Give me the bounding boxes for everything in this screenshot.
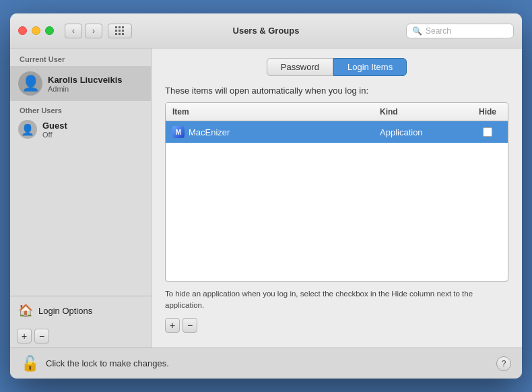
sidebar-bottom-buttons: + − — [10, 325, 151, 348]
main-panel-wrapper: Password Login Items These items will op… — [152, 48, 522, 348]
traffic-lights — [18, 26, 54, 35]
close-button[interactable] — [18, 26, 27, 35]
col-item-header: Item — [166, 106, 373, 118]
sidebar: Current User 👤 Karolis Liucveikis Admin … — [10, 48, 152, 348]
search-icon: 🔍 — [412, 26, 422, 36]
login-options-button[interactable]: 🏠 Login Options — [10, 296, 151, 325]
tab-password[interactable]: Password — [267, 58, 333, 76]
current-user-role: Admin — [48, 85, 123, 93]
table-body: M MacEnizer Application — [166, 121, 508, 281]
maximize-button[interactable] — [45, 26, 54, 35]
main-panel: Password Login Items These items will op… — [152, 48, 522, 348]
guest-status: Off — [42, 131, 67, 139]
guest-user-info: Guest Off — [42, 121, 67, 139]
footer: 🔓 Click the lock to make changes. ? — [10, 348, 522, 379]
search-input[interactable]: Search — [426, 26, 508, 36]
login-items-table: Item Kind Hide M MacEnizer Application — [165, 102, 508, 282]
forward-button[interactable]: › — [85, 24, 102, 38]
add-item-button[interactable]: + — [165, 318, 180, 333]
app-icon: M — [172, 126, 185, 138]
back-button[interactable]: ‹ — [65, 24, 82, 38]
table-action-buttons: + − — [165, 318, 508, 333]
remove-user-button[interactable]: − — [34, 329, 49, 344]
cell-item-name: M MacEnizer — [166, 125, 373, 139]
guest-user-item[interactable]: 👤 Guest Off — [10, 116, 151, 143]
cell-item-kind: Application — [373, 126, 467, 139]
hide-checkbox[interactable] — [483, 127, 492, 137]
remove-item-button[interactable]: − — [182, 318, 197, 333]
current-user-label: Current User — [10, 48, 151, 66]
minimize-button[interactable] — [32, 26, 40, 35]
table-row[interactable]: M MacEnizer Application — [166, 121, 508, 143]
add-user-button[interactable]: + — [17, 329, 32, 344]
tab-bar: Password Login Items — [165, 58, 508, 76]
col-kind-header: Kind — [373, 106, 467, 118]
cell-item-hide[interactable] — [467, 126, 508, 138]
current-user-avatar: 👤 — [18, 71, 42, 96]
house-icon: 🏠 — [18, 303, 33, 318]
app-name: MacEnizer — [189, 127, 230, 137]
table-header: Item Kind Hide — [166, 103, 508, 121]
window-title: Users & Groups — [233, 26, 300, 36]
login-options-label: Login Options — [38, 306, 92, 316]
app-grid-button[interactable] — [108, 24, 132, 38]
col-hide-header: Hide — [467, 106, 508, 118]
grid-icon — [115, 26, 125, 36]
avatar-icon: 👤 — [22, 75, 40, 92]
help-button[interactable]: ? — [496, 356, 511, 371]
current-user-item[interactable]: 👤 Karolis Liucveikis Admin — [10, 66, 151, 101]
current-user-info: Karolis Liucveikis Admin — [48, 75, 123, 93]
search-box[interactable]: 🔍 Search — [406, 24, 514, 38]
nav-buttons: ‹ › — [65, 24, 102, 38]
tab-login-items[interactable]: Login Items — [333, 58, 407, 76]
titlebar: ‹ › Users & Groups 🔍 Search — [10, 13, 522, 48]
current-user-name: Karolis Liucveikis — [48, 75, 123, 85]
lock-icon[interactable]: 🔓 — [21, 355, 39, 372]
guest-icon: 👤 — [21, 123, 34, 136]
description-text: These items will open automatically when… — [165, 86, 508, 96]
guest-avatar: 👤 — [18, 120, 37, 139]
hint-text: To hide an application when you log in, … — [165, 288, 508, 312]
other-users-label: Other Users — [10, 101, 151, 116]
guest-name: Guest — [42, 121, 67, 131]
footer-text: Click the lock to make changes. — [46, 358, 169, 368]
content-area: Current User 👤 Karolis Liucveikis Admin … — [10, 48, 522, 348]
